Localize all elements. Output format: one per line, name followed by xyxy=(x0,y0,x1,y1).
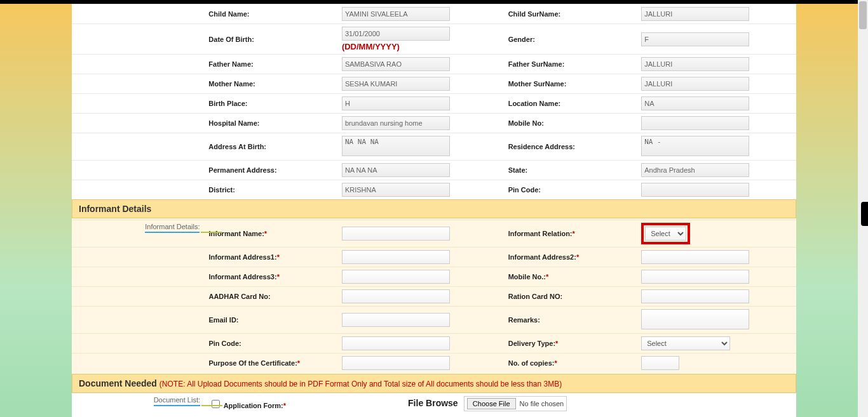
informant-section-body: Informant Details: Informant Name:* Info… xyxy=(72,218,796,374)
document-section-note: (NOTE: All Upload Documents should be in… xyxy=(159,380,562,388)
file-input-wrapper[interactable]: Choose File No file chosen xyxy=(464,396,567,411)
document-section-header: Document Needed (NOTE: All Upload Docume… xyxy=(72,374,796,393)
informant-addr2-input[interactable] xyxy=(641,250,749,264)
informant-addr1-input[interactable] xyxy=(342,250,450,264)
informant-pin-label: Pin Code: xyxy=(205,334,338,354)
district-label: District: xyxy=(205,180,338,200)
delivery-type-select[interactable]: Select xyxy=(641,336,730,350)
informant-mobile-input[interactable] xyxy=(641,270,749,284)
remarks-input[interactable] xyxy=(641,309,749,329)
required-mark: * xyxy=(277,253,280,261)
document-section-title: Document Needed xyxy=(79,378,157,388)
informant-addr2-label: Informant Address2: xyxy=(508,253,576,261)
permanent-address-input xyxy=(342,163,450,177)
informant-side-label: Informant Details: xyxy=(145,223,200,233)
required-mark: * xyxy=(277,273,280,281)
child-surname-input xyxy=(641,7,749,21)
document-table: Document List: Application Form:* File B… xyxy=(72,393,796,414)
informant-table: Informant Details: Informant Name:* Info… xyxy=(72,220,796,373)
dob-label: Date Of Birth: xyxy=(205,24,338,55)
permanent-address-label: Permanent Address: xyxy=(205,161,338,180)
father-surname-label: Father SurName: xyxy=(505,55,638,74)
informant-mobile-label: Mobile No.: xyxy=(508,273,546,281)
ration-label: Ration Card NO: xyxy=(505,287,638,307)
mother-surname-input xyxy=(641,77,749,91)
informant-relation-select[interactable]: Select xyxy=(645,227,686,241)
aadhar-label: AADHAR Card No: xyxy=(205,287,338,307)
child-name-label: Child Name: xyxy=(205,4,338,24)
mother-surname-label: Mother SurName: xyxy=(505,74,638,94)
purpose-input[interactable] xyxy=(342,356,450,370)
copies-label: No. of copies: xyxy=(508,359,555,367)
scrollbar-thumb[interactable] xyxy=(859,1,867,29)
application-form-checkbox[interactable] xyxy=(212,400,220,408)
gender-label: Gender: xyxy=(505,24,638,55)
document-side-label: Document List: xyxy=(154,396,200,406)
informant-pin-input[interactable] xyxy=(342,336,450,350)
aadhar-input[interactable] xyxy=(342,289,450,303)
residence-address-label: Residence Address: xyxy=(505,133,638,161)
pin-code-input xyxy=(641,183,749,197)
applicant-table: Child Name: Child SurName: Date Of Birth… xyxy=(72,4,796,199)
form-container: Child Name: Child SurName: Date Of Birth… xyxy=(72,4,796,417)
email-label: Email ID: xyxy=(205,307,338,334)
mobile-no-input xyxy=(641,116,749,130)
child-surname-label: Child SurName: xyxy=(505,4,638,24)
side-flyout-tab[interactable] xyxy=(861,202,868,226)
gender-input xyxy=(641,32,749,46)
required-mark: * xyxy=(297,359,300,367)
remarks-label: Remarks: xyxy=(505,307,638,334)
informant-name-input[interactable] xyxy=(342,227,450,241)
purpose-label: Purpose Of the Certificate: xyxy=(208,359,297,367)
required-mark: * xyxy=(573,230,575,237)
location-name-label: Location Name: xyxy=(505,94,638,114)
informant-addr3-input[interactable] xyxy=(342,270,450,284)
pin-code-label: Pin Code: xyxy=(505,180,638,200)
child-name-input xyxy=(342,7,450,21)
birth-place-input xyxy=(342,96,450,110)
location-name-input xyxy=(641,96,749,110)
address-birth-label: Address At Birth: xyxy=(205,133,338,161)
birth-place-label: Birth Place: xyxy=(205,94,338,114)
required-mark: * xyxy=(283,402,286,409)
father-name-label: Father Name: xyxy=(205,55,338,74)
dob-input xyxy=(342,27,450,41)
application-form-label: Application Form: xyxy=(224,402,283,409)
informant-addr3-label: Informant Address3: xyxy=(208,273,276,281)
delivery-type-label: Delivery Type: xyxy=(508,340,555,347)
address-birth-input: NA NA NA xyxy=(342,136,450,156)
informant-section-header: Informant Details xyxy=(72,199,796,218)
required-mark: * xyxy=(555,340,558,347)
mobile-no-label: Mobile No: xyxy=(505,114,638,133)
required-mark: * xyxy=(576,253,579,261)
choose-file-button[interactable]: Choose File xyxy=(467,398,516,409)
required-mark: * xyxy=(554,359,557,367)
file-status-text: No file chosen xyxy=(520,400,564,407)
state-input xyxy=(641,163,749,177)
required-mark: * xyxy=(264,230,267,237)
required-mark: * xyxy=(546,273,548,281)
district-input xyxy=(342,183,450,197)
father-surname-input xyxy=(641,57,749,71)
residence-address-input: NA - xyxy=(641,136,749,156)
dob-format-hint: (DD/MM/YYYY) xyxy=(342,42,493,51)
hospital-name-label: Hospital Name: xyxy=(205,114,338,133)
hospital-name-input xyxy=(342,116,450,130)
ration-input[interactable] xyxy=(641,289,749,303)
file-browse-label: File Browse xyxy=(408,398,458,408)
informant-relation-label: Informant Relation: xyxy=(508,230,573,237)
state-label: State: xyxy=(505,161,638,180)
informant-addr1-label: Informant Address1: xyxy=(208,253,276,261)
copies-input[interactable] xyxy=(641,356,679,370)
father-name-input xyxy=(342,57,450,71)
informant-name-label: Informant Name: xyxy=(208,230,264,237)
mother-name-input xyxy=(342,77,450,91)
informant-relation-highlight: Select xyxy=(641,223,690,244)
mother-name-label: Mother Name: xyxy=(205,74,338,94)
action-button-row: Show Payment xyxy=(72,414,796,417)
email-input[interactable] xyxy=(342,313,450,327)
